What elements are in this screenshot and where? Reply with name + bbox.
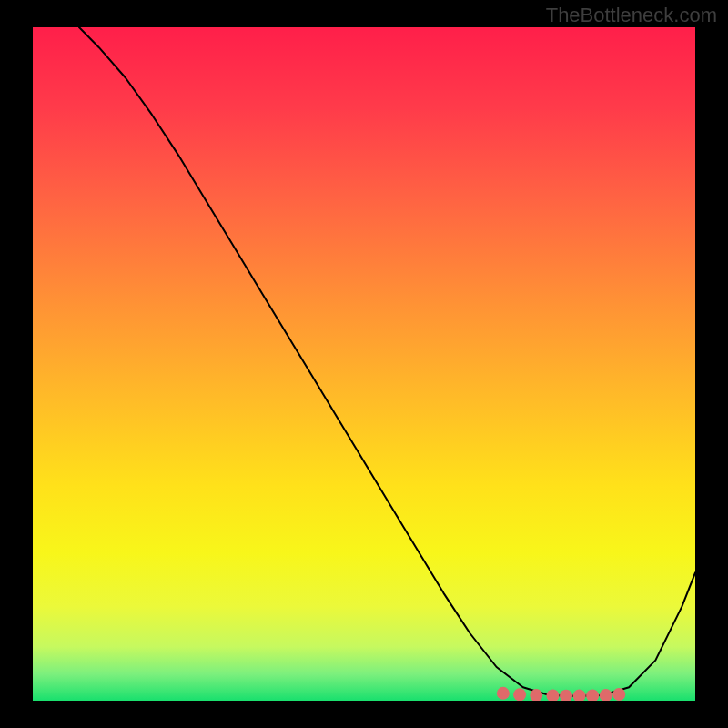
highlight-dot xyxy=(513,688,526,701)
watermark-text: TheBottleneck.com xyxy=(546,4,717,27)
highlight-dot xyxy=(612,688,625,701)
highlight-dot xyxy=(497,687,510,700)
chart-svg xyxy=(33,27,695,701)
chart-plot xyxy=(33,27,695,701)
gradient-background xyxy=(33,27,695,701)
chart-frame: TheBottleneck.com xyxy=(0,0,728,728)
